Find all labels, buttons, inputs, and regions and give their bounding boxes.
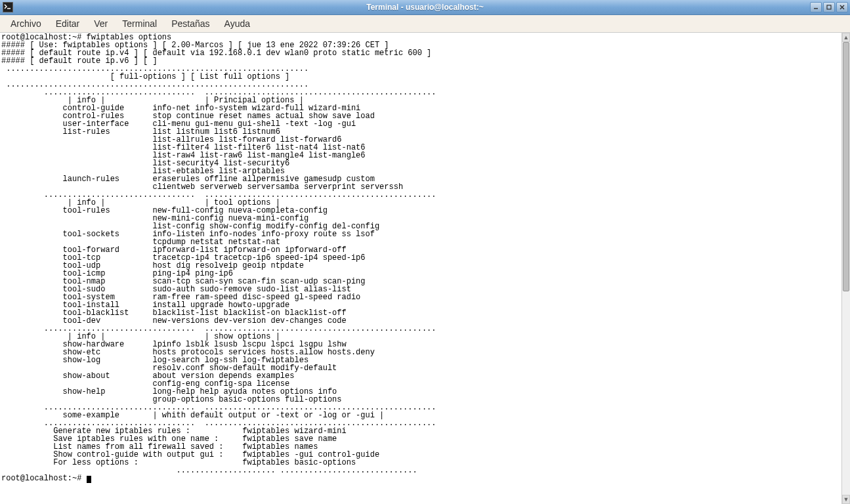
menu-archivo[interactable]: Archivo — [4, 16, 48, 31]
scroll-thumb[interactable] — [843, 42, 849, 291]
window-title: Terminal - usuario@localhost:~ — [0, 3, 850, 12]
minimize-button[interactable] — [810, 2, 822, 12]
menu-editar[interactable]: Editar — [49, 16, 87, 31]
scroll-down-button[interactable]: ▼ — [842, 495, 850, 504]
menu-ayuda[interactable]: Ayuda — [218, 16, 257, 31]
cursor — [87, 476, 91, 483]
terminal-icon — [3, 2, 13, 12]
terminal-output: root@localhost:~# fwiptables options ###… — [0, 33, 850, 484]
svg-rect-2 — [827, 5, 831, 9]
menu-pestanas[interactable]: Pestañas — [165, 16, 216, 31]
terminal-pane[interactable]: root@localhost:~# fwiptables options ###… — [0, 33, 850, 504]
menu-ver[interactable]: Ver — [87, 16, 114, 31]
close-button[interactable] — [836, 2, 848, 12]
window-controls — [810, 2, 848, 12]
title-bar: Terminal - usuario@localhost:~ — [0, 0, 850, 15]
scroll-up-button[interactable]: ▲ — [842, 33, 850, 42]
maximize-button[interactable] — [823, 2, 835, 12]
menu-bar: Archivo Editar Ver Terminal Pestañas Ayu… — [0, 15, 850, 33]
scrollbar[interactable]: ▲ ▼ — [841, 33, 850, 504]
menu-terminal[interactable]: Terminal — [116, 16, 163, 31]
